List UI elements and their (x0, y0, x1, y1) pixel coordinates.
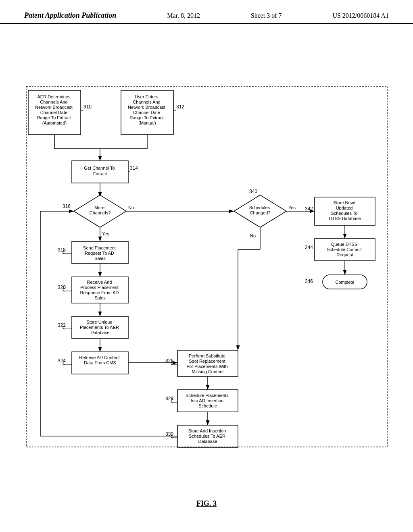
no-316: No (128, 205, 134, 210)
diagram-area: AER Determines Channels And Network Broa… (0, 28, 413, 491)
patent-number: US 2012/0060184 A1 (332, 12, 389, 19)
label-312: 312 (176, 104, 184, 110)
label-318: 318 (58, 247, 66, 253)
publication-date: Mar. 8, 2012 (167, 12, 200, 19)
figure-label: FIG. 3 (196, 499, 217, 508)
label-320: 320 (58, 285, 66, 290)
label-322: 322 (58, 322, 66, 328)
label-342: 342 (305, 206, 313, 212)
label-328: 328 (165, 396, 173, 401)
yes-340: Yes (288, 205, 296, 210)
label-344: 344 (305, 245, 313, 250)
publication-title: Patent Application Publication (24, 11, 116, 20)
label-314: 314 (130, 165, 138, 171)
flowchart-svg: AER Determines Channels And Network Broa… (0, 28, 413, 491)
node-326-text: Perform Substitute Spot Replacement For … (186, 353, 229, 374)
yes-316: Yes (102, 231, 109, 236)
node-324-text: Retrieve AD Content Data From CMS (79, 355, 121, 365)
label-340: 340 (249, 189, 257, 194)
label-324: 324 (58, 358, 66, 364)
label-326: 326 (165, 358, 173, 364)
node-346-text: Complete (335, 280, 354, 285)
label-316: 316 (63, 204, 71, 209)
no-340: No (250, 233, 256, 238)
page-header: Patent Application Publication Mar. 8, 2… (0, 0, 413, 24)
label-310: 310 (83, 104, 92, 110)
sheet-info: Sheet 3 of 7 (251, 12, 282, 19)
node-342-text: Store New/ Updated Schedules To DTSS Dat… (329, 200, 361, 221)
label-346: 346 (305, 278, 313, 284)
node-340-text: Schedules Changed? (249, 205, 271, 215)
